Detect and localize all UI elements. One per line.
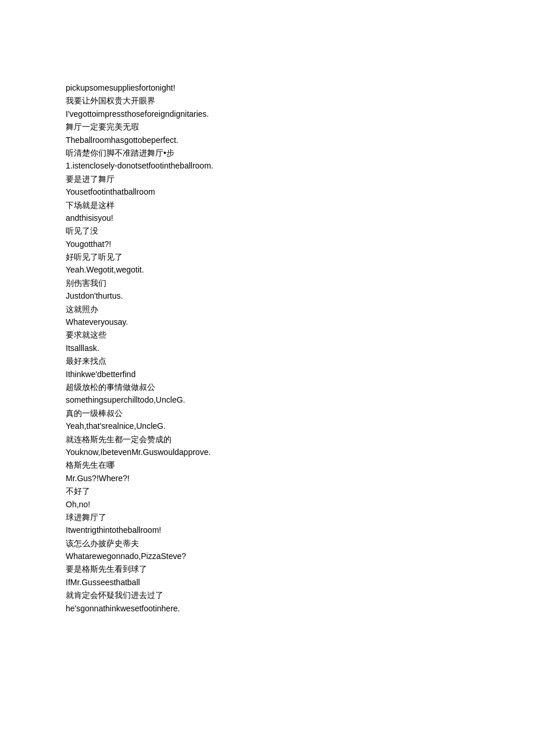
text-line-7: 要是进了舞厅: [66, 173, 469, 185]
text-line-10: andthisisyou!: [66, 212, 469, 224]
text-line-19: 要求就这些: [66, 328, 469, 341]
main-content: pickupsomesuppliesfortonight!我要让外国权贵大开眼界…: [66, 81, 469, 615]
text-line-34: Itwentrigthintotheballroom!: [66, 524, 469, 536]
text-line-27: 就连格斯先生都一定会赞成的: [66, 433, 469, 446]
text-line-16: Justdon'thurtus.: [66, 289, 469, 302]
text-line-21: 最好来找点: [66, 354, 469, 367]
text-line-30: Mr.Gus?!Where?!: [66, 472, 469, 485]
text-line-8: Yousetfootinthatballroom: [66, 185, 469, 198]
text-line-20: Itsalllask.: [66, 342, 469, 354]
text-line-5: 听清楚你们脚不准踏进舞厅•步: [66, 146, 469, 159]
text-line-33: 球进舞厅了: [66, 511, 469, 524]
text-line-40: he'sgonnathinkwesetfootinhere.: [66, 602, 469, 615]
text-line-12: Yougotthat?!: [66, 238, 469, 250]
text-line-15: 别伤害我们: [66, 277, 469, 289]
text-line-11: 听见了没: [66, 224, 469, 237]
text-line-38: IfMr.Gusseesthatball: [66, 576, 469, 589]
text-line-17: 这就照办: [66, 303, 469, 316]
text-line-32: Oh,no!: [66, 498, 469, 511]
text-line-1: 我要让外国权贵大开眼界: [66, 94, 469, 107]
text-line-9: 下场就是这样: [66, 199, 469, 212]
text-line-23: 超级放松的事情做做叔公: [66, 381, 469, 393]
text-line-25: 真的一级棒叔公: [66, 407, 469, 420]
text-line-35: 该怎么办披萨史蒂夫: [66, 537, 469, 550]
text-line-37: 要是格斯先生看到球了: [66, 562, 469, 575]
text-line-26: Yeah,that'srealnice,UncleG.: [66, 420, 469, 432]
text-line-24: somethingsuperchilltodo,UncleG.: [66, 393, 469, 406]
text-line-18: Whateveryousay.: [66, 316, 469, 328]
text-line-2: I'vegottoimpressthoseforeigndignitaries.: [66, 108, 469, 120]
text-line-31: 不好了: [66, 485, 469, 497]
text-line-0: pickupsomesuppliesfortonight!: [66, 81, 469, 94]
text-line-4: Theballroomhasgottobeperfect.: [66, 134, 469, 146]
text-line-13: 好听见了听见了: [66, 250, 469, 263]
text-line-36: Whatarewegonnado,PizzaSteve?: [66, 550, 469, 562]
text-line-14: Yeah.Wegotit,wegotit.: [66, 263, 469, 276]
text-line-39: 就肯定会怀疑我们进去过了: [66, 589, 469, 601]
text-line-3: 舞厅一定要完美无瑕: [66, 120, 469, 133]
text-line-29: 格斯先生在哪: [66, 458, 469, 471]
text-line-6: 1.istenclosely-donotsetfootintheballroom…: [66, 159, 469, 172]
text-line-22: Ithinkwe'dbetterfind: [66, 368, 469, 381]
text-line-28: Youknow,IbetevenMr.Guswouldapprove.: [66, 446, 469, 458]
